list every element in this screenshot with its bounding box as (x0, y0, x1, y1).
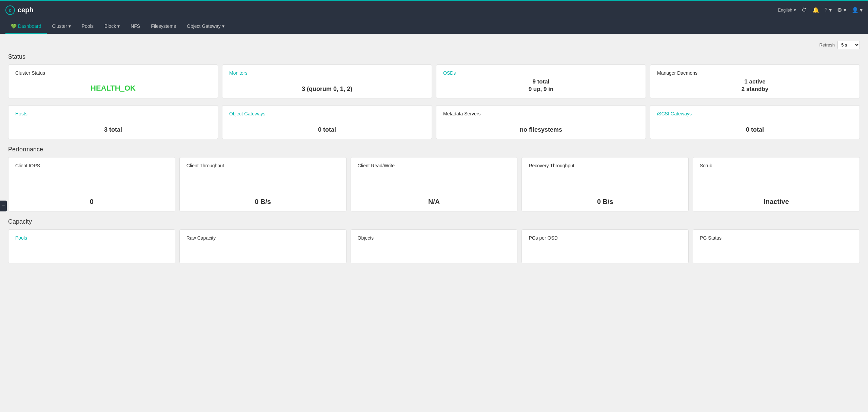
monitors-title[interactable]: Monitors (229, 70, 248, 76)
osds-value-group: 9 total 9 up, 9 in (443, 78, 639, 93)
object-gateways-card: Object Gateways 0 total (222, 105, 432, 139)
brand-logo: c ceph (5, 5, 34, 15)
raw-capacity-card: Raw Capacity (179, 229, 347, 263)
monitors-value: 3 (quorum 0, 1, 2) (229, 86, 425, 93)
metadata-servers-value: no filesystems (443, 126, 639, 133)
pg-status-card: PG Status (693, 229, 860, 263)
manager-daemons-value-group: 1 active 2 standby (657, 78, 853, 93)
capacity-section-title: Capacity (8, 218, 860, 225)
nav-filesystems-label: Filesystems (151, 23, 176, 29)
client-throughput-title: Client Throughput (186, 163, 224, 168)
main-content: Refresh 5 s 10 s 30 s 1 min Status Clust… (0, 34, 868, 277)
client-read-write-title: Client Read/Write (358, 163, 395, 168)
osds-total: 9 total (532, 78, 549, 85)
nav-cluster[interactable]: Cluster ▾ (47, 19, 76, 34)
bell-icon[interactable]: 🔔 (812, 7, 819, 13)
manager-standby: 2 standby (742, 86, 768, 93)
cluster-status-card: Cluster Status HEALTH_OK (8, 64, 218, 98)
navbar-right: English ▾ ⏱ 🔔 ? ▾ ⚙ ▾ 👤 ▾ (778, 7, 863, 13)
client-throughput-card: Client Throughput 0 B/s (179, 157, 347, 211)
metadata-servers-title: Metadata Servers (443, 111, 481, 116)
client-iops-value: 0 (15, 198, 168, 206)
language-label: English (778, 7, 792, 13)
nav-dashboard-label: Dashboard (18, 23, 41, 29)
svg-text:c: c (9, 7, 12, 13)
nav-nfs-label: NFS (131, 23, 140, 29)
nav-object-gateway-label: Object Gateway (187, 23, 221, 29)
client-read-write-card: Client Read/Write N/A (351, 157, 518, 211)
manager-daemons-card: Manager Daemons 1 active 2 standby (650, 64, 860, 98)
recovery-throughput-value: 0 B/s (529, 198, 682, 206)
refresh-select[interactable]: 5 s 10 s 30 s 1 min (837, 41, 860, 49)
sidebar-toggle[interactable]: ≡ (0, 201, 7, 211)
user-icon[interactable]: 👤 ▾ (852, 7, 863, 13)
client-iops-title: Client IOPS (15, 163, 40, 168)
ceph-logo-icon: c (5, 5, 15, 15)
metadata-servers-card: Metadata Servers no filesystems (436, 105, 646, 139)
pgs-per-osd-title: PGs per OSD (529, 235, 682, 241)
capacity-cards: Pools Raw Capacity Objects PGs per OSD P… (8, 229, 860, 263)
nav-nfs[interactable]: NFS (125, 19, 145, 34)
manager-daemons-title: Manager Daemons (657, 70, 697, 76)
nav-pools-label: Pools (82, 23, 94, 29)
pools-capacity-card: Pools (8, 229, 175, 263)
status-section-title: Status (8, 53, 860, 60)
performance-cards: Client IOPS 0 Client Throughput 0 B/s Cl… (8, 157, 860, 211)
navbar: c ceph English ▾ ⏱ 🔔 ? ▾ ⚙ ▾ 👤 ▾ (0, 0, 868, 19)
iscsi-gateways-card: iSCSI Gateways 0 total (650, 105, 860, 139)
language-selector[interactable]: English ▾ (778, 7, 796, 13)
nav-object-gateway[interactable]: Object Gateway ▾ (181, 19, 230, 34)
client-read-write-value: N/A (358, 198, 511, 206)
objects-card: Objects (351, 229, 518, 263)
refresh-label: Refresh (819, 42, 835, 48)
status-row-1: Cluster Status HEALTH_OK Monitors 3 (quo… (8, 64, 860, 98)
raw-capacity-title: Raw Capacity (186, 235, 339, 241)
osds-card: OSDs 9 total 9 up, 9 in (436, 64, 646, 98)
cluster-status-value: HEALTH_OK (15, 84, 211, 93)
client-throughput-value: 0 B/s (186, 198, 339, 206)
nav-dashboard[interactable]: 💚 Dashboard (5, 19, 47, 34)
object-gateway-chevron-icon: ▾ (222, 23, 224, 29)
performance-section-title: Performance (8, 146, 860, 153)
scrub-card: Scrub Inactive (693, 157, 860, 211)
cluster-chevron-icon: ▾ (68, 23, 71, 29)
hosts-value: 3 total (15, 126, 211, 133)
nav-pools[interactable]: Pools (76, 19, 99, 34)
timer-icon[interactable]: ⏱ (802, 7, 807, 13)
objects-title: Objects (358, 235, 511, 241)
recovery-throughput-title: Recovery Throughput (529, 163, 574, 168)
settings-icon[interactable]: ⚙ ▾ (837, 7, 846, 13)
nav-block-label: Block (104, 23, 116, 29)
nav-filesystems[interactable]: Filesystems (145, 19, 181, 34)
nav-block[interactable]: Block ▾ (99, 19, 125, 34)
brand-name: ceph (18, 6, 34, 14)
block-chevron-icon: ▾ (117, 23, 120, 29)
sidebar-toggle-icon: ≡ (2, 203, 5, 209)
manager-active: 1 active (744, 78, 765, 85)
object-gateways-value: 0 total (229, 126, 425, 133)
pools-capacity-title[interactable]: Pools (15, 235, 168, 241)
recovery-throughput-card: Recovery Throughput 0 B/s (521, 157, 689, 211)
object-gateways-title[interactable]: Object Gateways (229, 111, 265, 116)
refresh-bar: Refresh 5 s 10 s 30 s 1 min (8, 41, 860, 49)
language-chevron-icon: ▾ (794, 7, 796, 13)
osds-title[interactable]: OSDs (443, 70, 456, 76)
cluster-status-title: Cluster Status (15, 70, 45, 76)
menubar: 💚 Dashboard Cluster ▾ Pools Block ▾ NFS … (0, 19, 868, 34)
hosts-title[interactable]: Hosts (15, 111, 27, 116)
scrub-value: Inactive (700, 198, 853, 206)
dashboard-icon: 💚 (11, 23, 17, 29)
iscsi-gateways-title[interactable]: iSCSI Gateways (657, 111, 692, 116)
status-row-2: Hosts 3 total Object Gateways 0 total Me… (8, 105, 860, 139)
monitors-card: Monitors 3 (quorum 0, 1, 2) (222, 64, 432, 98)
iscsi-gateways-value: 0 total (657, 126, 853, 133)
pg-status-title: PG Status (700, 235, 853, 241)
help-icon[interactable]: ? ▾ (825, 7, 832, 13)
scrub-title: Scrub (700, 163, 712, 168)
hosts-card: Hosts 3 total (8, 105, 218, 139)
client-iops-card: Client IOPS 0 (8, 157, 175, 211)
osds-up-in: 9 up, 9 in (529, 86, 554, 93)
nav-cluster-label: Cluster (52, 23, 67, 29)
pgs-per-osd-card: PGs per OSD (521, 229, 689, 263)
